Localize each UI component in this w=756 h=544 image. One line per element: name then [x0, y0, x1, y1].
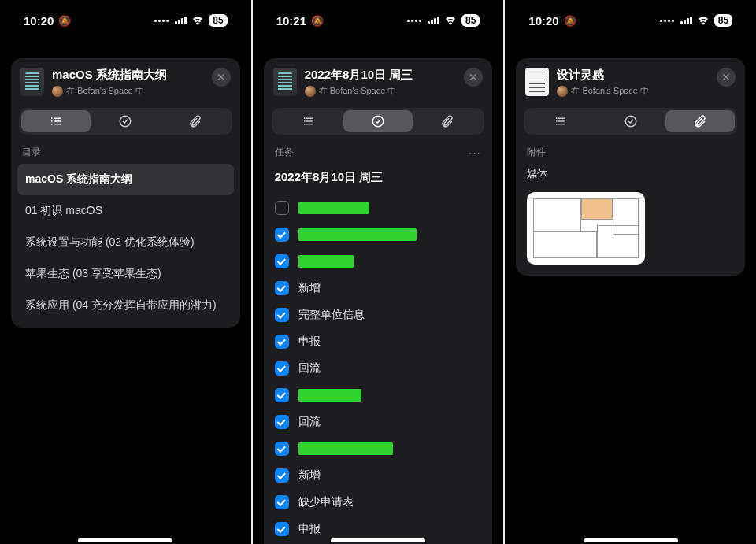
paperclip-icon — [440, 114, 454, 128]
task-item[interactable] — [275, 435, 482, 462]
task-checkbox[interactable] — [275, 308, 289, 322]
list-icon — [554, 114, 568, 128]
task-label: 回流 — [298, 415, 321, 429]
card-subtitle: 在 Bofan's Space 中 — [305, 85, 457, 97]
task-item[interactable]: 完整单位信息 — [275, 302, 482, 328]
outline-item[interactable]: 01 初识 macOS — [17, 195, 234, 227]
tab-tasks[interactable] — [596, 110, 665, 132]
view-segmented-control — [272, 108, 485, 135]
tab-outline[interactable] — [526, 110, 595, 132]
svg-point-2 — [625, 116, 636, 127]
paperclip-icon — [188, 114, 202, 128]
task-item[interactable]: 回流 — [275, 409, 482, 435]
document-icon — [525, 68, 549, 96]
home-indicator[interactable] — [78, 538, 172, 542]
svg-point-0 — [120, 116, 132, 127]
card-title: 2022年8月10日 周三 — [305, 68, 457, 83]
list-icon — [302, 114, 316, 128]
more-button[interactable]: ··· — [469, 147, 481, 158]
signal-bars-icon — [428, 17, 439, 24]
tab-outline[interactable] — [21, 110, 91, 132]
task-checkbox[interactable] — [275, 415, 289, 429]
battery-badge: 85 — [209, 14, 227, 27]
wifi-icon — [191, 16, 204, 25]
task-checkbox[interactable] — [275, 522, 289, 536]
close-button[interactable]: ✕ — [212, 68, 231, 87]
task-checkbox[interactable] — [275, 281, 289, 295]
task-label: 申报 — [298, 522, 321, 536]
task-checkbox[interactable] — [275, 361, 289, 376]
phone-screenshot: 10:20 🔕 85 macOS 系统指南大纲 — [0, 0, 253, 544]
outline-item[interactable]: 系统应用 (04 充分发挥自带应用的潜力) — [17, 290, 234, 321]
task-item[interactable]: 新增 — [275, 275, 482, 302]
signal-dots-icon — [660, 20, 674, 22]
task-checkbox[interactable] — [275, 442, 289, 456]
task-item[interactable] — [275, 194, 482, 221]
tab-tasks[interactable] — [343, 110, 413, 132]
avatar-icon — [557, 86, 568, 97]
section-label: 目录 — [22, 146, 41, 159]
card-title: 设计灵感 — [557, 68, 709, 83]
task-label: 新增 — [298, 468, 321, 483]
home-indicator[interactable] — [584, 538, 678, 542]
task-checkbox[interactable] — [275, 468, 289, 483]
task-label: 新增 — [298, 281, 321, 295]
outline-item[interactable]: macOS 系统指南大纲 — [17, 164, 234, 195]
avatar-icon — [52, 86, 63, 97]
task-checkbox[interactable] — [275, 201, 289, 215]
redacted-text — [298, 202, 369, 214]
document-icon — [20, 68, 44, 96]
note-card: 设计灵感 在 Bofan's Space 中 ✕ — [516, 58, 745, 276]
outline-item[interactable]: 苹果生态 (03 享受苹果生态) — [17, 258, 234, 290]
tab-attachments[interactable] — [413, 110, 482, 132]
attachment-thumbnail[interactable] — [527, 192, 645, 265]
media-label: 媒体 — [516, 164, 745, 187]
task-item[interactable] — [275, 221, 482, 248]
task-list-heading: 2022年8月10日 周三 — [275, 164, 482, 194]
card-title: macOS 系统指南大纲 — [52, 68, 204, 83]
check-circle-icon — [624, 114, 638, 128]
wifi-icon — [697, 16, 710, 25]
task-checkbox[interactable] — [275, 228, 289, 242]
wifi-icon — [444, 16, 457, 25]
task-item[interactable] — [275, 382, 482, 409]
task-label: 完整单位信息 — [298, 308, 365, 322]
outline-list: macOS 系统指南大纲 01 初识 macOS 系统设置与功能 (02 优化系… — [11, 164, 240, 321]
signal-bars-icon — [175, 17, 187, 24]
list-icon — [49, 114, 63, 128]
close-button[interactable]: ✕ — [717, 68, 736, 87]
home-indicator[interactable] — [331, 538, 425, 542]
note-card: 2022年8月10日 周三 在 Bofan's Space 中 ✕ — [264, 58, 493, 544]
status-time: 10:20 — [528, 14, 558, 28]
task-checkbox[interactable] — [275, 254, 289, 268]
paperclip-icon — [693, 114, 707, 128]
view-segmented-control — [524, 108, 737, 135]
task-checkbox[interactable] — [275, 388, 289, 402]
task-item[interactable]: 回流 — [275, 355, 482, 382]
task-item[interactable] — [275, 248, 482, 275]
tab-tasks[interactable] — [91, 110, 160, 132]
bell-slash-icon: 🔕 — [58, 15, 71, 27]
redacted-text — [298, 442, 393, 455]
status-time: 10:21 — [276, 14, 306, 28]
document-icon — [273, 68, 297, 96]
card-subtitle: 在 Bofan's Space 中 — [557, 85, 709, 97]
floorplan-icon — [533, 198, 639, 258]
task-item[interactable]: 申报 — [275, 328, 482, 355]
tab-attachments[interactable] — [160, 110, 229, 132]
task-checkbox[interactable] — [275, 495, 289, 509]
battery-badge: 85 — [461, 14, 480, 27]
tab-outline[interactable] — [274, 110, 343, 132]
task-item[interactable]: 新增 — [275, 462, 482, 489]
close-button[interactable]: ✕ — [464, 68, 483, 87]
check-circle-icon — [371, 114, 385, 128]
section-label: 附件 — [516, 135, 745, 164]
task-label: 申报 — [298, 335, 321, 349]
avatar-icon — [305, 86, 316, 97]
task-item[interactable]: 缺少申请表 — [275, 489, 482, 516]
outline-item[interactable]: 系统设置与功能 (02 优化系统体验) — [17, 227, 234, 258]
task-checkbox[interactable] — [275, 335, 289, 349]
phone-screenshot: 10:21 🔕 85 2022年8月10日 周三 — [253, 0, 506, 544]
status-bar: 10:21 🔕 85 — [256, 3, 501, 38]
tab-attachments[interactable] — [665, 110, 735, 132]
